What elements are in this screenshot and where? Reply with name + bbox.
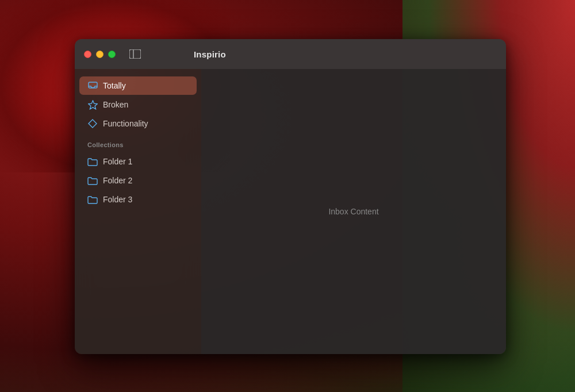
- folder-icon-3: [87, 194, 98, 205]
- sidebar: Totally Broken Functionality: [75, 69, 201, 354]
- diamond-icon: [87, 118, 98, 129]
- sidebar-item-totally-label: Totally: [103, 81, 126, 90]
- sidebar-item-totally[interactable]: Totally: [79, 76, 197, 95]
- svg-marker-4: [89, 120, 97, 128]
- titlebar: Inspirio: [75, 39, 506, 69]
- traffic-lights: [84, 51, 116, 58]
- folder-icon-2: [87, 175, 98, 186]
- sidebar-item-folder1-label: Folder 1: [103, 157, 132, 166]
- app-window: Inspirio Totally: [75, 39, 506, 354]
- sidebar-item-functionality-label: Functionality: [103, 119, 148, 128]
- svg-rect-0: [129, 49, 141, 59]
- svg-marker-3: [88, 101, 97, 109]
- sidebar-item-functionality[interactable]: Functionality: [79, 114, 197, 133]
- inbox-content-label: Inbox Content: [328, 207, 378, 216]
- main-content-area: Inbox Content: [201, 69, 506, 354]
- maximize-button[interactable]: [108, 51, 116, 58]
- inbox-icon: [87, 80, 98, 91]
- sidebar-item-folder1[interactable]: Folder 1: [79, 152, 197, 171]
- sidebar-item-folder3-label: Folder 3: [103, 195, 132, 204]
- sidebar-item-folder2-label: Folder 2: [103, 176, 132, 185]
- sidebar-item-folder3[interactable]: Folder 3: [79, 190, 197, 209]
- window-title: Inspirio: [194, 49, 497, 59]
- close-button[interactable]: [84, 51, 91, 58]
- sidebar-item-broken[interactable]: Broken: [79, 95, 197, 114]
- sidebar-toggle-button[interactable]: [129, 49, 141, 59]
- svg-rect-2: [89, 82, 97, 88]
- minimize-button[interactable]: [96, 51, 103, 58]
- sidebar-item-broken-label: Broken: [103, 100, 128, 109]
- window-body: Totally Broken Functionality: [75, 69, 506, 354]
- star-icon: [87, 99, 98, 110]
- folder-icon-1: [87, 156, 98, 167]
- collections-header: Collections: [75, 133, 201, 152]
- sidebar-item-folder2[interactable]: Folder 2: [79, 171, 197, 190]
